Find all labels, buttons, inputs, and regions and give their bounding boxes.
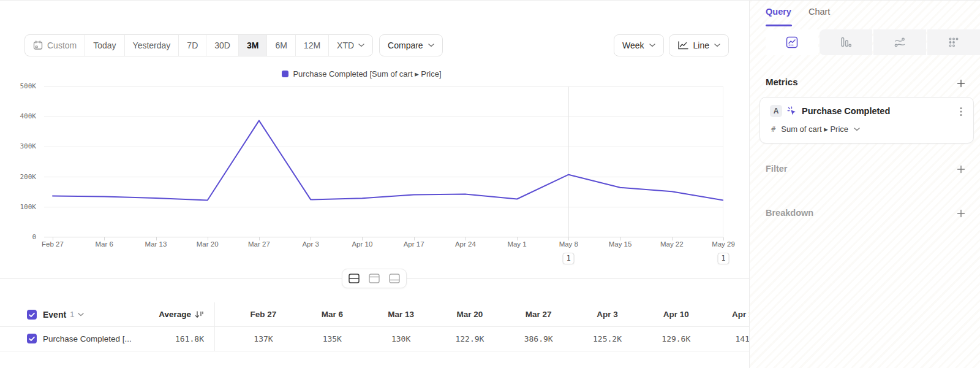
chevron-down-icon (854, 128, 860, 131)
plus-icon (956, 164, 966, 174)
metric-name: Purchase Completed (802, 106, 890, 116)
range-7d[interactable]: 7D (178, 35, 206, 56)
date-range-control: CustomTodayYesterday7D30D3M6M12MXTD (24, 34, 373, 56)
x-axis-tick (311, 237, 311, 240)
granularity-button[interactable]: Week (614, 34, 664, 56)
x-axis-label: May 15 (609, 240, 632, 248)
metric-property-selector[interactable]: # Sum of cart ▸ Price (771, 125, 860, 134)
x-axis-tick (259, 237, 260, 240)
plus-icon (956, 79, 966, 88)
range-6m[interactable]: 6M (266, 35, 295, 56)
table-column-divider (214, 302, 215, 351)
table-cell: 137K (254, 326, 273, 351)
chevron-down-icon (649, 44, 655, 47)
x-axis-tick (517, 237, 518, 240)
event-header[interactable]: Event 1 (43, 302, 84, 326)
table-column-header: Feb 27 (251, 302, 277, 326)
x-axis-tick (723, 237, 724, 240)
x-axis-tick (156, 237, 157, 240)
split-view-icon (349, 274, 360, 283)
layout-toggle-group (342, 269, 407, 288)
average-header[interactable]: Average (126, 302, 204, 326)
chart-style-label: Line (693, 40, 709, 50)
range-label: XTD (337, 40, 354, 50)
range-30d[interactable]: 30D (206, 35, 238, 56)
range-label: 6M (275, 40, 287, 50)
range-label: Yesterday (133, 40, 171, 50)
metric-menu-button[interactable] (957, 106, 965, 117)
x-axis-tick (568, 237, 569, 240)
x-axis-label: Mar 27 (248, 240, 270, 248)
table-cell: 130K (391, 326, 410, 351)
chart-type-tab-retention[interactable] (927, 29, 980, 55)
line-chart[interactable] (44, 86, 723, 237)
chart-type-selector (766, 29, 980, 55)
metric-letter-badge: A (770, 105, 782, 117)
select-all-checkbox[interactable] (27, 310, 37, 320)
table-column-header: Mar 27 (526, 302, 552, 326)
range-custom[interactable]: Custom (25, 35, 85, 56)
sort-desc-icon[interactable] (195, 310, 204, 319)
insights-icon (786, 36, 798, 48)
legend-swatch (282, 71, 288, 77)
y-axis-label: 300K (0, 142, 42, 151)
range-3m[interactable]: 3M (238, 35, 266, 56)
chart-style-button[interactable]: Line (669, 34, 729, 56)
tab-chart[interactable]: Chart (809, 7, 830, 17)
range-today[interactable]: Today (85, 35, 124, 56)
chart-type-tab-bar-chart[interactable] (820, 29, 872, 55)
granularity-label: Week (622, 40, 644, 50)
row-checkbox[interactable] (27, 334, 37, 343)
row-event-name: Purchase Completed [... (43, 326, 132, 351)
y-axis-label: 200K (0, 172, 42, 182)
sidebar-tabs: Query Chart (766, 7, 830, 17)
add-breakdown-button[interactable] (954, 207, 968, 220)
table-column-header: Apr 3 (597, 302, 618, 326)
x-axis-tick (362, 237, 363, 240)
x-axis-tick (414, 237, 415, 240)
row-average-value: 161.8K (175, 334, 204, 343)
annotation-badge[interactable]: 1 (718, 253, 729, 264)
metric-card[interactable]: A Purchase Completed # Sum of cart ▸ Pri… (760, 97, 974, 144)
chevron-down-icon (714, 44, 720, 47)
table-row[interactable]: Purchase Completed [... 161.8K 137K135K1… (0, 326, 749, 351)
x-axis-label: May 29 (712, 240, 735, 248)
chevron-down-icon (78, 313, 84, 316)
top-panel-button[interactable] (367, 272, 382, 285)
bottom-panel-button[interactable] (387, 272, 402, 285)
x-axis-label: May 8 (559, 240, 578, 248)
split-view-button[interactable] (347, 272, 361, 285)
annotation-badge[interactable]: 1 (563, 253, 575, 264)
tab-query[interactable]: Query (766, 7, 791, 17)
range-yesterday[interactable]: Yesterday (124, 35, 179, 56)
x-axis-label: Apr 17 (404, 240, 424, 248)
x-axis-tick (53, 237, 53, 240)
event-count: 1 (70, 310, 74, 319)
bottom-panel-icon (389, 274, 400, 283)
event-spark-icon (787, 106, 797, 116)
x-axis-label: Apr 24 (455, 240, 476, 248)
range-xtd[interactable]: XTD (328, 35, 372, 56)
compare-label: Compare (388, 40, 423, 50)
retention-icon (948, 37, 959, 48)
chart-type-tab-insights[interactable] (766, 29, 818, 55)
table-column-header: Mar 20 (457, 302, 483, 326)
event-header-label: Event (43, 310, 66, 320)
compare-button[interactable]: Compare (379, 34, 443, 56)
range-12m[interactable]: 12M (295, 35, 328, 56)
metric-property-label: Sum of cart ▸ Price (781, 125, 848, 134)
chart-legend: Purchase Completed [Sum of cart ▸ Price] (0, 69, 723, 79)
chevron-down-icon (428, 44, 434, 47)
add-metric-button[interactable] (954, 77, 968, 90)
query-sidebar: Query Chart Metrics A Purchase Completed… (749, 1, 980, 368)
plus-icon (956, 209, 966, 218)
table-cell: 386.9K (524, 326, 553, 351)
table-header-row: Event 1 Average Feb 27Mar 6Mar 13Mar 20M… (0, 302, 749, 327)
table-column-header: Mar 13 (388, 302, 414, 326)
calendar-icon (33, 40, 43, 50)
chart-type-tab-flows[interactable] (873, 29, 926, 55)
x-axis-label: Mar 6 (96, 240, 113, 248)
table-cell: 129.6K (662, 326, 690, 351)
add-filter-button[interactable] (954, 163, 968, 176)
x-axis-label: Apr 3 (302, 240, 319, 248)
